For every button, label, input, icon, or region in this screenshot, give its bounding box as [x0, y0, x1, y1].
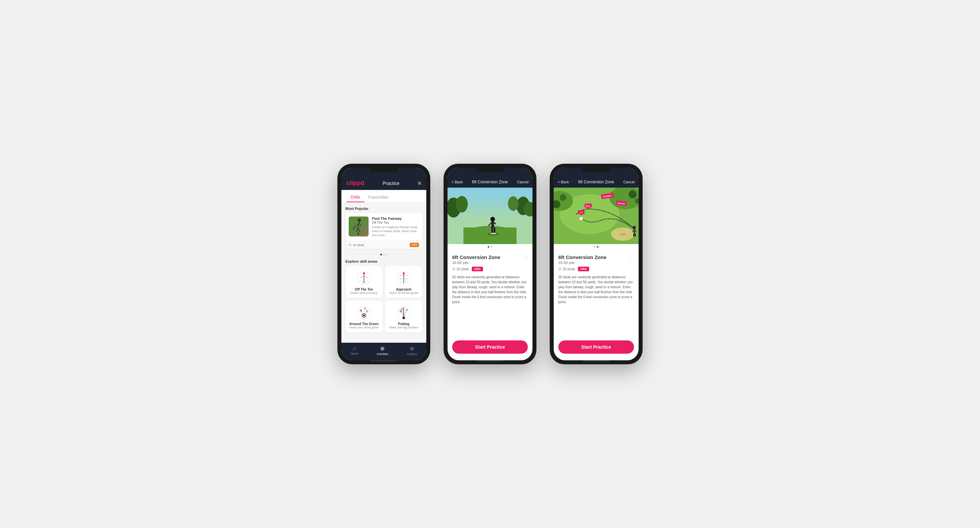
- detail-fav-icon-2[interactable]: ♡: [523, 254, 528, 261]
- skill-card-putting[interactable]: Putting Make and lag practice: [385, 300, 422, 332]
- dot-1: [380, 254, 382, 255]
- tab-drills[interactable]: Drills: [347, 193, 364, 202]
- phone-3: < Back 6ft Conversion Zone Cancel: [550, 164, 643, 364]
- dot-3: [386, 254, 388, 255]
- logo: clippd: [347, 180, 364, 187]
- skill-name-ott: Off The Tee: [355, 287, 373, 291]
- most-popular-label: Most Popular: [345, 207, 422, 211]
- phone-notch-2: [475, 164, 505, 172]
- drill-detail-body-3: 6ft Conversion Zone 10-50 yds ♡ ⏱ 20 sho…: [554, 250, 639, 338]
- svg-line-3: [358, 228, 360, 232]
- svg-line-14: [364, 281, 366, 283]
- start-practice-btn-3[interactable]: Start Practice: [558, 340, 634, 354]
- clock-icon-3: ⏱: [558, 267, 562, 271]
- nav-home[interactable]: ⌂ Home: [350, 345, 358, 356]
- home-bar-1: [371, 360, 397, 362]
- phone-notch-3: [581, 164, 611, 172]
- golf-photo: [447, 188, 533, 244]
- detail-yds-2: 10-50 yds: [452, 261, 500, 265]
- skill-card-ott[interactable]: Off The Tee Power and accuracy: [345, 266, 382, 298]
- svg-text:Miss: Miss: [586, 205, 590, 207]
- menu-icon[interactable]: ≡: [418, 180, 421, 186]
- img-dot-3-2: [597, 246, 598, 248]
- detail-tag-2: ARG: [472, 266, 483, 271]
- drill-title: Find The Fairway: [372, 217, 402, 221]
- svg-point-27: [402, 316, 405, 319]
- svg-point-0: [358, 219, 361, 222]
- ott-icon: [355, 269, 373, 287]
- drill-detail-body-2: 6ft Conversion Zone 10-50 yds ♡ ⏱ 20 sho…: [447, 250, 533, 338]
- cancel-button-3[interactable]: Cancel: [624, 180, 635, 184]
- svg-point-34: [456, 196, 468, 212]
- card-dots: [345, 252, 422, 257]
- detail-title-3: 6ft Conversion Zone: [558, 254, 606, 260]
- detail-fav-icon-3[interactable]: ♡: [629, 254, 634, 261]
- detail-shots-2: ⏱ 20 shots: [452, 267, 469, 271]
- nav-capture[interactable]: ⊕ Capture: [407, 345, 417, 356]
- svg-point-59: [633, 226, 636, 229]
- svg-line-13: [362, 281, 364, 283]
- tabs-row: Drills Favourites: [341, 190, 426, 203]
- detail-meta-3: ⏱ 20 shots ARG: [558, 266, 634, 271]
- start-practice-btn-2[interactable]: Start Practice: [452, 340, 528, 354]
- detail-tag-3: ARG: [578, 266, 589, 271]
- drill-subtitle: Off The Tee: [372, 221, 402, 225]
- drill-thumb-image: [349, 217, 369, 236]
- detail-shots-3: ⏱ 20 shots: [558, 267, 575, 271]
- drill-desc: Create an imaginary fairway using trees …: [372, 225, 419, 237]
- golfer-thumb-svg: [352, 217, 365, 236]
- drill-info: Find The Fairway Off The Tee ♡ Create an…: [372, 217, 419, 237]
- detail-meta-2: ⏱ 20 shots ARG: [452, 266, 528, 271]
- header-title: Practice: [383, 181, 400, 186]
- drill-favourite-icon[interactable]: ♡: [415, 217, 419, 225]
- img-dot-2: [491, 246, 492, 248]
- skill-name-approach: Approach: [396, 287, 412, 291]
- skill-desc-atg: Hone your short game: [349, 326, 379, 329]
- detail-desc-2: 20 shots are randomly generated at dista…: [452, 274, 528, 305]
- detail-desc-3: 20 shots are randomly generated at dista…: [558, 274, 634, 305]
- svg-point-18: [403, 272, 405, 274]
- explore-label: Explore skill areas: [345, 259, 422, 263]
- home-bar-2: [477, 360, 503, 362]
- screen1-body: Most Popular: [341, 203, 426, 343]
- svg-text:SAND: SAND: [619, 233, 626, 235]
- cancel-button-2[interactable]: Cancel: [517, 180, 528, 184]
- svg-line-2: [356, 228, 358, 233]
- skill-grid: Off The Tee Power and accuracy: [345, 266, 422, 332]
- phone-notch: [369, 164, 399, 172]
- svg-rect-39: [463, 228, 517, 244]
- skill-card-atg[interactable]: Around The Green Hone your short game: [345, 300, 382, 332]
- home-bar-3: [583, 360, 609, 362]
- detail-title-2: 6ft Conversion Zone: [452, 254, 500, 260]
- phone-2: < Back 6ft Conversion Zone Cancel: [444, 164, 536, 364]
- svg-point-37: [508, 196, 519, 211]
- drill-card-content: Find The Fairway Off The Tee ♡ Create an…: [345, 213, 422, 241]
- img-dot-3-1: [594, 246, 595, 248]
- svg-line-6: [353, 227, 355, 230]
- featured-drill-card[interactable]: Find The Fairway Off The Tee ♡ Create an…: [345, 213, 422, 249]
- drill-tag: OTT: [410, 243, 419, 247]
- back-button-2[interactable]: < Back: [452, 180, 463, 184]
- putting-icon: [395, 304, 413, 322]
- skill-card-approach[interactable]: Approach Dial-in to hit the green: [385, 266, 422, 298]
- screen2-title: 6ft Conversion Zone: [472, 180, 508, 184]
- nav-capture-label: Capture: [407, 353, 417, 356]
- home-icon: ⌂: [353, 345, 356, 351]
- clock-icon-2: ⏱: [452, 267, 455, 271]
- drill-photo-area: [447, 188, 533, 244]
- nav-activities[interactable]: ⊕ Activities: [377, 345, 388, 356]
- svg-point-9: [363, 272, 365, 274]
- activities-icon: ⊕: [380, 345, 385, 352]
- svg-line-11: [360, 276, 364, 278]
- phone-screen-3: < Back 6ft Conversion Zone Cancel: [554, 168, 639, 360]
- svg-point-40: [490, 217, 495, 222]
- golf-map-area: Hit Miss FAIRWAY ROUGH SAND: [554, 188, 639, 244]
- phone-screen-1: clippd Practice ≡ Drills Favourites Most…: [341, 168, 426, 360]
- photo-background-svg: [447, 188, 533, 244]
- svg-point-76: [579, 217, 583, 220]
- capture-icon: ⊕: [410, 345, 414, 352]
- svg-point-25: [364, 308, 366, 309]
- back-button-3[interactable]: < Back: [558, 180, 569, 184]
- tab-favourites[interactable]: Favourites: [364, 193, 393, 202]
- bottom-nav: ⌂ Home ⊕ Activities ⊕ Capture: [341, 343, 426, 360]
